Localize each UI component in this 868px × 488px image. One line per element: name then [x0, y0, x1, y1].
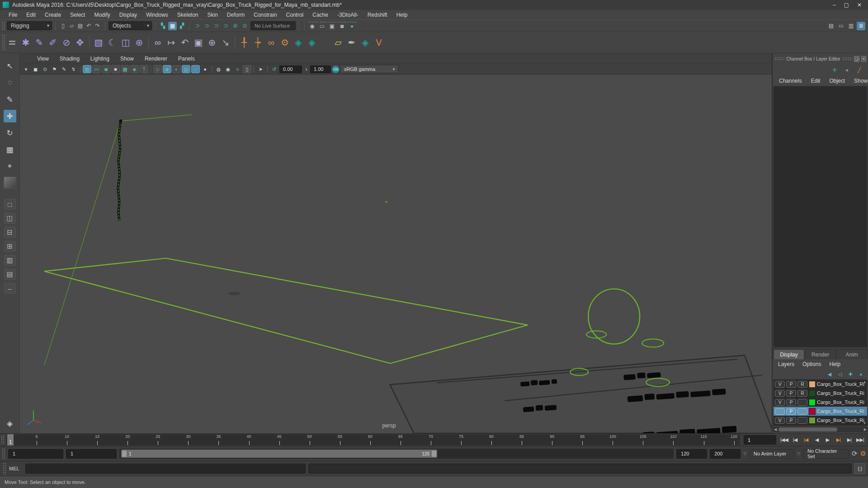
- rotate-tool-icon[interactable]: ↻: [4, 127, 16, 139]
- menu-item-file[interactable]: File: [5, 11, 21, 19]
- exposure-icon[interactable]: ↺: [270, 65, 278, 73]
- layer-toggle-r[interactable]: [797, 399, 807, 406]
- rig-run-icon[interactable]: ⚙: [278, 35, 292, 50]
- anim-layer-field[interactable]: No Anim Layer: [749, 449, 794, 459]
- textured-icon[interactable]: ▨: [182, 65, 190, 73]
- layer-color-swatch[interactable]: [809, 390, 816, 397]
- menu-item-display[interactable]: Display: [115, 11, 141, 19]
- modeling-toolkit-toggle-icon[interactable]: ▤: [827, 22, 835, 30]
- animation-preferences-icon[interactable]: ⚙: [860, 450, 866, 458]
- menu-item-help[interactable]: Help: [826, 360, 844, 368]
- play-forwards-button[interactable]: ▶: [822, 435, 833, 445]
- shadows-icon[interactable]: ●: [201, 65, 209, 73]
- insert-joint-icon[interactable]: ╀: [237, 35, 251, 50]
- camera-lock-icon[interactable]: ◼: [31, 65, 40, 73]
- layer-toggle-v[interactable]: V: [775, 399, 785, 406]
- close-button[interactable]: ✕: [857, 2, 862, 8]
- maya-plugin-icon-2[interactable]: ◈: [305, 35, 319, 50]
- range-slider-grip[interactable]: [2, 448, 5, 460]
- ground-plane-wireframe[interactable]: [44, 258, 528, 363]
- swirl-icon[interactable]: ↯: [69, 65, 78, 73]
- layer-color-swatch[interactable]: [809, 381, 816, 388]
- menu-item-channels[interactable]: Channels: [775, 77, 806, 85]
- camera-select-icon[interactable]: ▾: [22, 65, 30, 73]
- ik-handle-icon[interactable]: ✎: [33, 35, 46, 50]
- step-forward-frame-button[interactable]: ▶|: [844, 435, 854, 445]
- detach-skin-icon[interactable]: ⊕: [132, 35, 146, 50]
- menu-item-panels[interactable]: Panels: [174, 55, 199, 63]
- snap-view-plane-icon[interactable]: ⊘: [231, 22, 240, 30]
- undo-icon[interactable]: ↶: [85, 22, 93, 30]
- menu-item-show[interactable]: Show: [850, 77, 868, 85]
- menu-item-deform[interactable]: Deform: [223, 11, 249, 19]
- command-line-grip[interactable]: [3, 463, 6, 474]
- layer-toggle-v[interactable]: V: [775, 417, 785, 424]
- time-slider[interactable]: 1 51015202530354045505560657075808590951…: [6, 434, 740, 446]
- menu-item-options[interactable]: Options: [799, 360, 825, 368]
- exposure-field[interactable]: 0.00: [279, 66, 302, 73]
- lasso-tool-icon[interactable]: ◌: [4, 76, 16, 89]
- script-editor-icon[interactable]: {;}: [854, 463, 865, 474]
- film-gate-icon[interactable]: ▭: [92, 65, 101, 73]
- minimize-button[interactable]: –: [833, 2, 836, 8]
- viewport-persp[interactable]: persp: [20, 75, 772, 433]
- safe-action-icon[interactable]: ◈: [130, 65, 139, 73]
- tab-render[interactable]: Render: [805, 349, 836, 359]
- layer-list-vscrollbar[interactable]: ▲▼: [862, 380, 867, 426]
- menu-item-cache[interactable]: Cache: [308, 11, 332, 19]
- snap-point-icon[interactable]: ⊃: [212, 22, 221, 30]
- current-frame-marker[interactable]: 1: [7, 434, 14, 446]
- grease-pencil-icon[interactable]: ✎: [60, 65, 68, 73]
- smooth-bind-icon[interactable]: ☾: [105, 35, 119, 50]
- menu-item--3dtoall-[interactable]: -3DtoAll-: [333, 11, 363, 19]
- tab-anim[interactable]: Anim: [836, 349, 867, 359]
- menu-item-layers[interactable]: Layers: [774, 360, 798, 368]
- current-time-field[interactable]: 1: [744, 435, 776, 445]
- camera-attributes-icon[interactable]: ⊙: [41, 65, 49, 73]
- menu-item-create[interactable]: Create: [41, 11, 65, 19]
- mel-input-field[interactable]: [25, 464, 306, 474]
- character-set-field[interactable]: No Character Set: [803, 449, 849, 459]
- render-settings-icon[interactable]: ◙: [338, 22, 346, 30]
- menu-item-skeleton[interactable]: Skeleton: [173, 11, 203, 19]
- camera-capsule-icon[interactable]: ▯: [243, 65, 251, 73]
- control-circle-large[interactable]: [588, 289, 640, 344]
- use-all-lights-icon[interactable]: ☼: [191, 65, 200, 73]
- layer-toggle-v[interactable]: [775, 408, 785, 415]
- layer-color-swatch[interactable]: [809, 417, 816, 424]
- maya-plugin-icon-3[interactable]: ◈: [359, 35, 372, 50]
- connect-joint-icon[interactable]: ┾: [251, 35, 264, 50]
- layer-toggle-p[interactable]: P: [786, 417, 796, 424]
- selection-mask-selector[interactable]: Objects ▼: [108, 21, 152, 30]
- menu-item-help[interactable]: Help: [392, 11, 412, 19]
- menu-item-edit[interactable]: Edit: [807, 77, 824, 85]
- brush-tool-icon[interactable]: ✒: [345, 35, 359, 50]
- xray-joints-icon[interactable]: ◉: [224, 65, 232, 73]
- create-joint-icon[interactable]: ✱: [19, 35, 33, 50]
- shelf-tab-switcher[interactable]: [7, 36, 17, 49]
- playback-start-field[interactable]: 1: [66, 449, 117, 459]
- object-select-icon[interactable]: ▦: [168, 22, 177, 30]
- layer-toggle-r[interactable]: R: [797, 381, 807, 388]
- layout-four-pane-icon[interactable]: ⊞: [4, 241, 16, 252]
- tension-tool-icon[interactable]: ⊘: [60, 35, 73, 50]
- scale-tool-icon[interactable]: ▦: [4, 143, 16, 156]
- menu-set-selector[interactable]: Rigging ▼: [7, 21, 52, 30]
- layer-toggle-p[interactable]: P: [786, 390, 796, 397]
- menu-item-shading[interactable]: Shading: [55, 55, 84, 63]
- eraser-tool-icon[interactable]: ▱: [331, 35, 345, 50]
- snap-grid-icon[interactable]: ⊃: [193, 22, 202, 30]
- xyz-axis-icon[interactable]: ✛: [830, 66, 839, 75]
- menu-item-object[interactable]: Object: [826, 77, 849, 85]
- grid-toggle-icon[interactable]: ▦: [83, 65, 91, 73]
- time-slider-grip[interactable]: [1, 435, 5, 445]
- command-line-mode-label[interactable]: MEL: [9, 466, 23, 471]
- outliner-shortcut-icon[interactable]: ◈: [4, 417, 16, 430]
- mirror-joint-icon[interactable]: ▧: [92, 35, 105, 50]
- animation-end-field[interactable]: 200: [710, 449, 741, 459]
- layer-toggle-p[interactable]: P: [786, 408, 796, 415]
- color-mode-selector[interactable]: sRGB gamma ▼: [340, 65, 398, 73]
- tool-settings-toggle-icon[interactable]: ▥: [847, 22, 855, 30]
- redo-icon[interactable]: ↷: [93, 22, 102, 30]
- field-chart-icon[interactable]: ▩: [121, 65, 129, 73]
